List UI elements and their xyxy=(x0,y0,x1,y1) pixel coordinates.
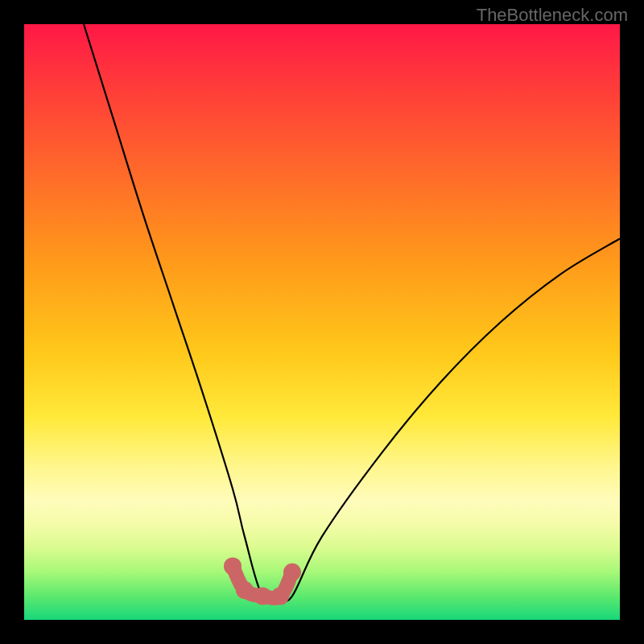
optimal-point-dot xyxy=(271,587,289,605)
optimal-point-dot xyxy=(236,581,254,599)
bottleneck-curve xyxy=(84,24,620,601)
optimal-point-dot xyxy=(254,587,271,605)
optimal-point-dot xyxy=(224,557,242,575)
chart-frame: TheBottleneck.com xyxy=(0,0,644,644)
plot-area xyxy=(24,24,620,620)
optimal-point-dot xyxy=(283,564,301,581)
watermark-text: TheBottleneck.com xyxy=(477,5,628,26)
curve-layer xyxy=(24,24,620,620)
